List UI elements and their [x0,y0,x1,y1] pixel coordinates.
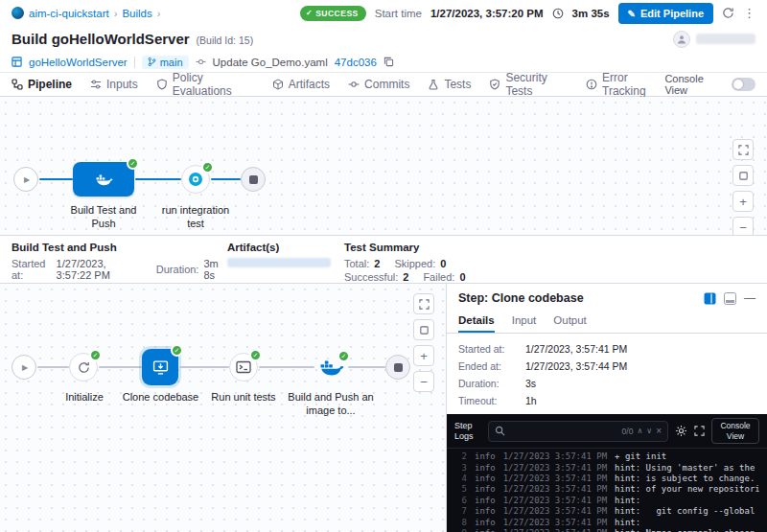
expand-graph-button[interactable] [413,293,434,314]
canvas-controls [732,139,754,236]
step-graph-canvas: Initialize Clone codebase Run unit tests… [0,284,446,532]
zoom-in-button[interactable] [413,345,434,366]
step-label[interactable]: Build and Push an image to... [287,391,375,418]
tab-label: Inputs [106,78,138,91]
tab-output[interactable]: Output [553,311,587,333]
log-line: 7info1/27/2023 3:57:41 PMhint: git confi… [454,506,759,517]
page-title: Build goHelloWorldServer [12,31,190,47]
tab-inputs[interactable]: Inputs [90,73,138,96]
repo-name-link[interactable]: goHelloWorldServer [29,57,128,68]
artifacts-cube-icon [272,79,284,90]
tab-commits[interactable]: Commits [348,73,409,96]
step-label[interactable]: Initialize [45,391,124,405]
refresh-icon[interactable] [722,7,734,19]
reset-view-button[interactable] [413,319,434,340]
search-close-icon[interactable] [656,427,662,436]
edit-pipeline-button[interactable]: Edit Pipeline [618,3,713,24]
edge [99,366,142,368]
divider [134,57,135,68]
tab-tests[interactable]: Tests [428,73,471,96]
edge [39,178,73,180]
step-panel-title: Step: Clone codebase [458,291,584,305]
zoom-in-button[interactable] [732,191,754,212]
step-node-initialize[interactable] [69,353,98,382]
step-details-panel: Step: Clone codebase Details Input Outpu… [446,284,767,532]
repository-icon [12,57,22,67]
breadcrumb-builds-link[interactable]: Builds [122,8,151,19]
log-line: 3info1/27/2023 3:57:41 PMhint: Using 'ma… [454,463,759,474]
branch-chip[interactable]: main [142,56,189,69]
copy-icon[interactable] [384,57,394,67]
zoom-out-button[interactable] [413,371,434,392]
bottom-view-icon[interactable] [724,292,736,305]
log-line: 4info1/27/2023 3:57:41 PMhint: is subjec… [454,474,759,484]
edge [211,178,241,180]
tab-input[interactable]: Input [512,311,537,333]
tests-flask-icon [428,79,439,90]
redacted-artifact-link[interactable] [227,258,331,267]
status-badge: SUCCESS [300,6,366,21]
error-tracking-icon [586,79,597,90]
tab-security-tests[interactable]: Security Tests [489,73,568,96]
detail-label: Started at: [458,343,525,355]
expand-graph-button[interactable] [732,139,754,160]
tab-artifacts[interactable]: Artifacts [272,73,330,96]
search-icon [495,426,505,436]
more-options-icon[interactable] [743,6,755,20]
stage-label[interactable]: run integration test [155,204,236,231]
log-fullscreen-icon[interactable] [694,426,705,436]
commit-sha-link[interactable]: 47dc036 [335,57,377,68]
step-node-build-and-push[interactable] [314,353,347,382]
step-label[interactable]: Run unit tests [201,391,286,405]
branch-name: main [160,57,183,68]
success-check-icon [249,349,262,361]
terminal-icon [236,360,251,374]
search-match-counter: 0/0 [622,427,634,436]
stage-summary-title: Build Test and Push [12,242,227,253]
initialize-refresh-icon [77,360,91,375]
log-line: 8info1/27/2023 3:57:41 PMhint: [454,518,759,528]
step-label[interactable]: Clone codebase [115,391,206,405]
redacted-user-email [696,34,755,44]
reset-view-button[interactable] [732,165,754,186]
console-view-button[interactable]: Console View [711,418,759,444]
metric-label: Skipped: [394,258,435,269]
success-check-icon [171,344,183,357]
detail-label: Timeout: [458,395,525,406]
duration-value: 3m 8s [203,258,227,281]
breadcrumb-project-link[interactable]: aim-ci-quickstart [29,8,109,19]
metric-label: Total: [344,258,369,269]
split-view-icon[interactable] [704,292,716,305]
stage-node-run-integration-test[interactable] [181,165,210,194]
metric-value: 0 [459,271,465,283]
search-next-icon[interactable] [646,428,652,435]
detail-value: 3s [525,378,755,389]
console-view-toggle[interactable] [732,78,755,91]
test-summary-header: Test Summary [344,242,755,253]
security-shield-icon [489,79,500,90]
inputs-icon [90,79,102,90]
project-icon [12,7,24,19]
step-node-clone-codebase[interactable] [142,349,178,385]
stage-summary: Build Test and Push Started at: 1/27/202… [0,236,767,284]
step-node-run-unit-tests[interactable] [229,353,258,382]
metric-value: 2 [403,271,408,283]
log-output[interactable]: 2info1/27/2023 3:57:41 PM+ git init 3inf… [447,449,767,532]
log-settings-gear-icon[interactable] [675,425,687,437]
log-panel: Step Logs 0/0 Console [447,414,767,532]
search-prev-icon[interactable] [637,428,642,435]
stage-node-build-test-and-push[interactable] [73,162,134,197]
zoom-out-button[interactable] [732,217,754,236]
tab-pipeline[interactable]: Pipeline [12,73,72,96]
collapse-panel-icon[interactable] [744,291,755,305]
stage-label[interactable]: Build Test and Push [63,204,144,231]
docker-icon [94,173,113,187]
log-search-input[interactable] [509,426,618,436]
tab-details[interactable]: Details [458,311,495,333]
integration-test-icon [188,172,203,187]
start-time-value: 1/27/2023, 3:57:20 PM [430,8,544,19]
tab-policy-evaluations[interactable]: Policy Evaluations [156,73,254,96]
tab-label: Commits [364,78,409,91]
edge [348,366,385,368]
tab-error-tracking[interactable]: Error Tracking [586,73,664,96]
